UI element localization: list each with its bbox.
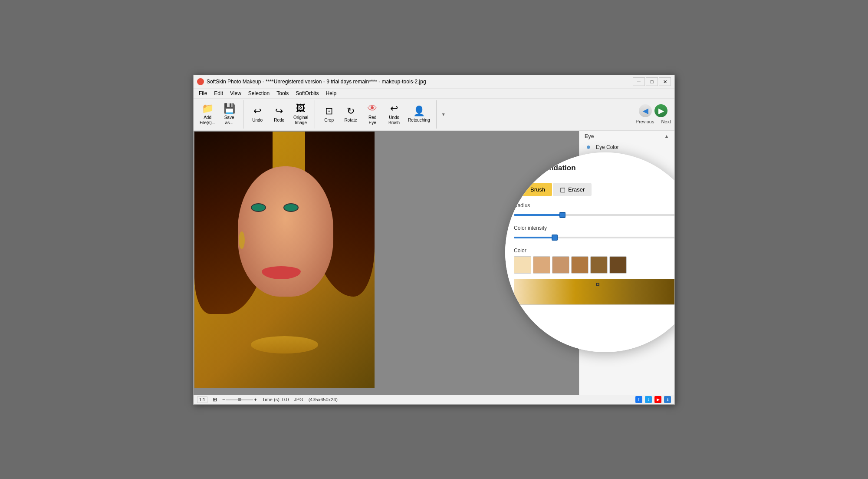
color-picker-cursor[interactable]	[596, 283, 599, 286]
minimize-button[interactable]: ─	[633, 77, 645, 86]
menu-tools[interactable]: Tools	[273, 89, 292, 97]
rotate-button[interactable]: ↻ Rotate	[340, 101, 361, 128]
radius-control: Radius 50	[514, 202, 674, 220]
color-intensity-slider-track[interactable]	[514, 237, 674, 238]
add-files-button[interactable]: 📁 AddFile(s)...	[197, 101, 218, 128]
main-content: Eye ▲ ● Eye Color ✏ Mascara ✏ Eye Pencil	[194, 131, 674, 395]
photo-eyes	[251, 201, 320, 214]
toolbar-more-icon[interactable]: ▼	[440, 111, 447, 118]
radius-label: Radius	[514, 202, 674, 208]
window-controls: ─ □ ✕	[633, 77, 671, 86]
menu-edit[interactable]: Edit	[210, 89, 227, 97]
info-icon[interactable]: ℹ	[664, 396, 671, 403]
toolbar-group-tools: ⊡ Crop ↻ Rotate 👁 RedEye ↩ UndoBrush 👤 R…	[319, 100, 437, 129]
close-button[interactable]: ✕	[659, 77, 671, 86]
add-files-label: AddFile(s)...	[200, 115, 215, 126]
redo-label: Redo	[274, 118, 284, 123]
crop-label: Crop	[324, 118, 334, 123]
color-section-label: Color	[514, 248, 674, 254]
youtube-icon[interactable]: ▶	[654, 396, 661, 403]
color-swatch-2[interactable]	[533, 256, 550, 274]
format-label: JPG	[294, 397, 303, 402]
menu-softorbits[interactable]: SoftOrbits	[292, 89, 322, 97]
color-intensity-control: Color intensity 25	[514, 225, 674, 242]
photo-earring	[239, 231, 245, 249]
zoom-slider-area: − +	[222, 397, 257, 402]
redo-button[interactable]: ↪ Redo	[269, 101, 289, 128]
color-swatch-6[interactable]	[609, 256, 627, 274]
zoom-minus-icon[interactable]: −	[222, 397, 225, 402]
retouching-icon: 👤	[413, 106, 425, 117]
rotate-icon: ↻	[347, 106, 355, 117]
menu-file[interactable]: File	[195, 89, 210, 97]
dimensions-label: (435x650x24)	[309, 397, 338, 402]
color-gradient-picker[interactable]	[514, 279, 674, 305]
next-nav-button[interactable]: ▶	[654, 104, 667, 117]
window-title: SoftSkin Photo Makeup - ****Unregistered…	[207, 79, 633, 85]
eye-section-header: Eye ▲	[579, 131, 674, 141]
red-eye-icon: 👁	[368, 103, 377, 114]
sidebar-item-eye-color[interactable]: ● Eye Color	[579, 141, 674, 153]
color-intensity-label: Color intensity	[514, 225, 674, 231]
zoom-slider-thumb[interactable]	[238, 398, 241, 401]
facebook-icon[interactable]: f	[635, 396, 642, 403]
color-swatches	[514, 256, 674, 274]
color-swatch-4[interactable]	[571, 256, 589, 274]
original-image-label: OriginalImage	[293, 115, 308, 126]
toolbar-group-files: 📁 AddFile(s)... 💾 Saveas...	[197, 100, 243, 129]
photo-canvas	[194, 132, 375, 388]
color-intensity-slider-thumb[interactable]	[552, 235, 558, 241]
app-icon	[197, 78, 204, 85]
color-swatch-3[interactable]	[552, 256, 569, 274]
color-swatch-1[interactable]	[514, 256, 531, 274]
photo-necklace	[251, 336, 318, 353]
crop-icon: ⊡	[325, 106, 333, 117]
save-as-button[interactable]: 💾 Saveas...	[219, 101, 240, 128]
save-as-icon: 💾	[224, 103, 235, 114]
toolbar-nav: ◀ ▶ Previous Next	[636, 104, 671, 124]
eraser-tab-label: Eraser	[568, 186, 585, 193]
retouching-button[interactable]: 👤 Retouching	[405, 101, 433, 128]
zoom-fit-icon[interactable]: ⊞	[213, 396, 217, 403]
eye-section-collapse-icon[interactable]: ▲	[664, 133, 669, 139]
red-eye-button[interactable]: 👁 RedEye	[362, 101, 383, 128]
red-eye-label: RedEye	[368, 115, 376, 126]
photo-eye-right	[283, 203, 299, 212]
color-swatch-5[interactable]	[590, 256, 608, 274]
previous-nav-button[interactable]: ◀	[639, 104, 652, 117]
eraser-tab[interactable]: ◻ Eraser	[553, 183, 592, 196]
add-files-icon: 📁	[202, 103, 214, 114]
menu-help[interactable]: Help	[322, 89, 340, 97]
radius-slider-track[interactable]	[514, 214, 674, 216]
zoom-plus-icon[interactable]: +	[254, 397, 256, 402]
menu-selection[interactable]: Selection	[245, 89, 273, 97]
original-image-button[interactable]: 🖼 OriginalImage	[290, 101, 311, 128]
rotate-label: Rotate	[344, 118, 357, 123]
save-as-label: Saveas...	[224, 115, 234, 126]
radius-slider-row: 50	[514, 210, 674, 220]
zoom-slider-track[interactable]	[226, 399, 253, 400]
eye-color-icon: ●	[585, 143, 592, 151]
maximize-button[interactable]: □	[646, 77, 658, 86]
menu-bar: File Edit View Selection Tools SoftOrbit…	[194, 89, 674, 99]
undo-icon: ↩	[253, 106, 261, 117]
title-bar: SoftSkin Photo Makeup - ****Unregistered…	[194, 75, 674, 89]
undo-label: Undo	[252, 118, 263, 123]
crop-button[interactable]: ⊡ Crop	[319, 101, 339, 128]
eye-color-label: Eye Color	[596, 144, 619, 150]
time-label: Time (s): 0.0	[262, 397, 289, 402]
undo-button[interactable]: ↩ Undo	[247, 101, 268, 128]
photo-eye-left	[251, 203, 266, 212]
toolbar-group-edit: ↩ Undo ↪ Redo 🖼 OriginalImage	[247, 100, 315, 129]
original-image-icon: 🖼	[296, 103, 306, 114]
twitter-icon[interactable]: t	[645, 396, 652, 403]
redo-icon: ↪	[275, 106, 283, 117]
menu-view[interactable]: View	[227, 89, 245, 97]
retouching-label: Retouching	[408, 118, 430, 123]
undo-brush-icon: ↩	[390, 103, 398, 114]
status-bar: 1:1 ⊞ − + Time (s): 0.0 JPG (435x650x24)…	[194, 395, 674, 404]
status-social-icons: f t ▶ ℹ	[635, 396, 671, 403]
previous-label: Previous	[636, 119, 654, 124]
radius-slider-thumb[interactable]	[559, 212, 566, 218]
undo-brush-button[interactable]: ↩ UndoBrush	[384, 101, 404, 128]
